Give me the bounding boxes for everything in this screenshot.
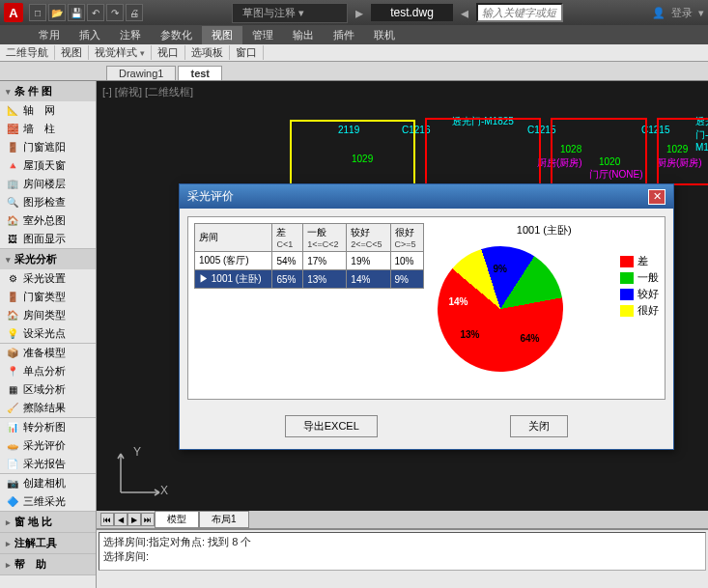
sidebar-item[interactable]: 🚪门窗遮阳 bbox=[0, 138, 96, 156]
panel-header[interactable]: 注解工具 bbox=[0, 533, 96, 553]
item-icon: 🔺 bbox=[6, 159, 19, 173]
table-row[interactable]: 1001 (主卧)65%13%14%9% bbox=[195, 270, 424, 289]
login-link[interactable]: 登录 bbox=[671, 6, 693, 20]
dialog-titlebar[interactable]: 采光评价 ✕ bbox=[180, 184, 673, 209]
item-label: 房间类型 bbox=[23, 308, 66, 322]
search-input[interactable] bbox=[476, 3, 563, 22]
ribbon-tab[interactable]: 联机 bbox=[364, 26, 405, 44]
undo-icon[interactable]: ↶ bbox=[87, 4, 104, 21]
nav-first-icon[interactable]: ⏮ bbox=[100, 513, 114, 526]
nav-prev-icon[interactable]: ◀ bbox=[114, 513, 127, 526]
item-icon: 🧹 bbox=[6, 402, 19, 415]
file-tab[interactable]: Drawing1 bbox=[106, 66, 176, 80]
ribbon-tab[interactable]: 常用 bbox=[29, 26, 70, 44]
sidebar-item[interactable]: 🏠房间类型 bbox=[0, 306, 96, 324]
subbar-item[interactable]: 视觉样式 bbox=[89, 45, 152, 60]
item-icon: 🧱 bbox=[6, 123, 19, 136]
file-tabs: Drawing1test bbox=[0, 62, 708, 81]
sidebar-item[interactable]: 🏢房间楼层 bbox=[0, 175, 96, 193]
item-icon: 🔍 bbox=[6, 196, 19, 210]
sidebar-item[interactable]: 🖼图面显示 bbox=[0, 230, 96, 248]
cad-label: 厨房(厨房) bbox=[657, 156, 702, 170]
item-label: 擦除结果 bbox=[23, 401, 66, 415]
ribbon-tab[interactable]: 输出 bbox=[283, 26, 324, 44]
redo-icon[interactable]: ↷ bbox=[106, 4, 124, 21]
user-icon[interactable]: 👤 bbox=[652, 7, 666, 19]
sidebar-item[interactable]: 🔺屋顶天窗 bbox=[0, 156, 96, 175]
subbar-item[interactable]: 二维导航 bbox=[0, 45, 55, 60]
item-label: 采光评价 bbox=[23, 438, 66, 453]
item-icon: 🏠 bbox=[6, 214, 19, 228]
sidebar-item[interactable]: 📐轴 网 bbox=[0, 101, 96, 120]
item-label: 准备模型 bbox=[23, 346, 66, 360]
ribbon-tab[interactable]: 管理 bbox=[242, 26, 283, 44]
panel-header[interactable]: 条 件 图 bbox=[0, 81, 96, 101]
ribbon-tab[interactable]: 参数化 bbox=[151, 26, 202, 44]
item-label: 区域分析 bbox=[23, 382, 66, 397]
cad-label: 1028 bbox=[560, 144, 581, 154]
sidebar-item[interactable]: ⚙采光设置 bbox=[0, 269, 96, 288]
sidebar-item[interactable]: 📦准备模型 bbox=[0, 344, 96, 362]
sidebar-item[interactable]: 📍单点分析 bbox=[0, 362, 96, 380]
sidebar-item[interactable]: 📷创建相机 bbox=[0, 474, 96, 492]
workspace-combo[interactable]: 草图与注释 ▾ bbox=[232, 3, 348, 23]
sidebar-item[interactable]: 🥧采光评价 bbox=[0, 436, 96, 455]
layout-tab[interactable]: 模型 bbox=[155, 511, 199, 528]
cell: 14% bbox=[347, 270, 390, 289]
file-tab[interactable]: test bbox=[178, 66, 222, 80]
ribbon-tab[interactable]: 视图 bbox=[202, 26, 242, 44]
panel-header[interactable]: 采光分析 bbox=[0, 249, 96, 269]
command-history: 选择房间:指定对角点: 找到 8 个 选择房间: bbox=[99, 532, 706, 571]
close-icon[interactable]: ✕ bbox=[648, 189, 666, 205]
command-prompt[interactable] bbox=[97, 573, 708, 576]
item-label: 屋顶天窗 bbox=[23, 158, 66, 173]
viewport-label[interactable]: [-] [俯视] [二维线框] bbox=[102, 85, 193, 99]
sidebar-item[interactable]: 💡设采光点 bbox=[0, 324, 96, 343]
item-label: 设采光点 bbox=[23, 326, 66, 341]
cell: 9% bbox=[390, 270, 423, 289]
command-line[interactable]: 选择房间:指定对角点: 找到 8 个 选择房间: bbox=[97, 528, 708, 588]
nav-next-icon[interactable]: ▶ bbox=[127, 513, 141, 526]
sidebar-item[interactable]: 🧹擦除结果 bbox=[0, 399, 96, 417]
ribbon-tab[interactable]: 插件 bbox=[324, 26, 364, 44]
subbar-item[interactable]: 视图 bbox=[55, 45, 89, 60]
sidebar-item[interactable]: 📊转分析图 bbox=[0, 418, 96, 436]
save-icon[interactable]: 💾 bbox=[68, 4, 85, 21]
open-icon[interactable]: 📂 bbox=[48, 4, 66, 21]
subbar-item[interactable]: 视口 bbox=[152, 45, 185, 60]
ribbon-tab[interactable]: 插入 bbox=[70, 26, 110, 44]
item-icon: 🚪 bbox=[6, 141, 19, 154]
app-logo[interactable]: A bbox=[4, 3, 23, 22]
panel-header[interactable]: 帮 助 bbox=[0, 554, 96, 574]
subbar-item[interactable]: 选项板 bbox=[185, 45, 230, 60]
help-icon[interactable]: ▾ bbox=[698, 7, 704, 19]
close-button[interactable]: 关闭 bbox=[510, 415, 568, 437]
ribbon-tab[interactable]: 注释 bbox=[110, 26, 151, 44]
layout-tab[interactable]: 布局1 bbox=[199, 511, 249, 528]
item-label: 三维采光 bbox=[23, 494, 66, 509]
table-row[interactable]: 1005 (客厅)54%17%19%10% bbox=[195, 252, 424, 270]
item-label: 墙 柱 bbox=[23, 122, 55, 136]
new-icon[interactable]: □ bbox=[29, 4, 46, 21]
cell: 65% bbox=[272, 270, 303, 289]
export-excel-button[interactable]: 导出EXCEL bbox=[285, 415, 378, 437]
sidebar-item[interactable]: 🚪门窗类型 bbox=[0, 288, 96, 306]
item-icon: 💡 bbox=[6, 327, 19, 341]
title-bar: A □ 📂 💾 ↶ ↷ 🖨 草图与注释 ▾ ▸ test.dwg ◂ 👤 登录 … bbox=[0, 0, 708, 25]
subbar-item[interactable]: 窗口 bbox=[230, 45, 264, 60]
sidebar-item[interactable]: 🧱墙 柱 bbox=[0, 120, 96, 138]
item-label: 采光报告 bbox=[23, 457, 66, 471]
nav-last-icon[interactable]: ⏭ bbox=[141, 513, 155, 526]
sidebar-item[interactable]: 🔷三维采光 bbox=[0, 492, 96, 511]
pie-graphic bbox=[411, 220, 588, 397]
panel-header[interactable]: 窗 地 比 bbox=[0, 512, 96, 532]
item-icon: 🏠 bbox=[6, 309, 19, 322]
item-label: 门窗类型 bbox=[23, 290, 66, 304]
sidebar-item[interactable]: 🏠室外总图 bbox=[0, 211, 96, 230]
sidebar-item[interactable]: 🔍图形检查 bbox=[0, 193, 96, 211]
sidebar-item[interactable]: 📄采光报告 bbox=[0, 455, 96, 473]
print-icon[interactable]: 🖨 bbox=[126, 4, 143, 21]
cell: 19% bbox=[347, 252, 390, 270]
item-icon: 📐 bbox=[6, 104, 19, 118]
sidebar-item[interactable]: ▦区域分析 bbox=[0, 380, 96, 399]
